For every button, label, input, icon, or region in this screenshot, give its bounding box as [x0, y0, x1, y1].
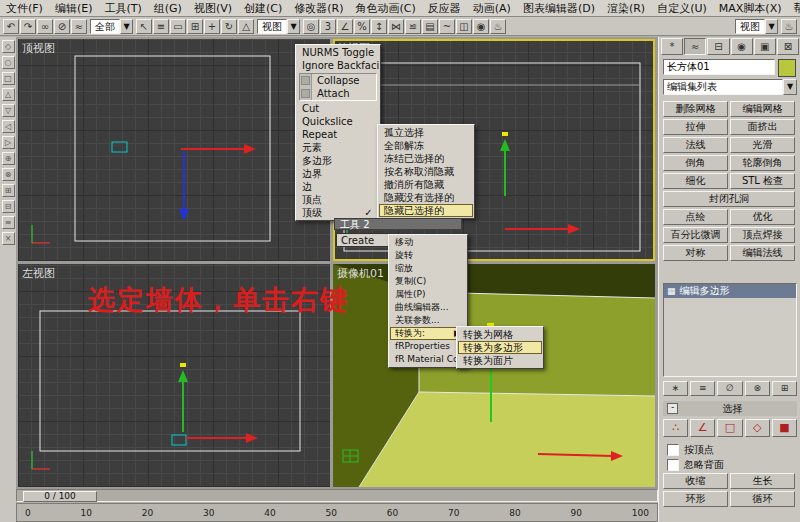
- menu-item-create[interactable]: Create: [336, 233, 390, 247]
- left-toolbar-icon[interactable]: ⊞: [2, 184, 15, 197]
- select-by-name-icon[interactable]: ≡: [153, 19, 169, 34]
- configure-modifier-sets-icon[interactable]: ⊞: [772, 381, 797, 396]
- menu-item[interactable]: fR Material Converter: [390, 353, 466, 366]
- menu-item[interactable]: 按名称取消隐藏: [379, 165, 473, 178]
- by-vertex-checkbox[interactable]: 按顶点: [667, 443, 714, 457]
- material-editor-icon[interactable]: ◉: [473, 19, 489, 34]
- bind-to-space-warp-icon[interactable]: ≈: [71, 19, 87, 34]
- layer-manager-icon[interactable]: ▤: [422, 19, 438, 34]
- viewport-label[interactable]: 摄像机01: [337, 266, 384, 281]
- menu-item[interactable]: 隐藏没有选择的: [379, 191, 473, 204]
- modifier-stack[interactable]: ▦ 编辑多边形: [663, 283, 797, 377]
- modifier-button[interactable]: 优化: [730, 209, 795, 225]
- viewport-label[interactable]: 顶视图: [22, 41, 55, 56]
- mirror-icon[interactable]: ⋈: [388, 19, 404, 34]
- time-slider-handle[interactable]: 0 / 100: [23, 491, 97, 502]
- snap-toggle-icon[interactable]: 3: [320, 19, 336, 34]
- menu-item[interactable]: 边: [297, 180, 379, 193]
- schematic-view-icon[interactable]: ◫: [456, 19, 472, 34]
- menu-item[interactable]: 撤消所有隐藏: [379, 178, 473, 191]
- modifier-button[interactable]: 编辑法线: [730, 245, 795, 261]
- menu-item[interactable]: 属性(P): [390, 288, 466, 301]
- selection-button[interactable]: 生长: [730, 473, 795, 489]
- menu-item[interactable]: 编辑(E): [49, 1, 99, 16]
- left-toolbar-icon[interactable]: ≡: [2, 216, 15, 229]
- menu-item[interactable]: 图表编辑器(D): [517, 1, 601, 16]
- menu-item[interactable]: 转换为面片: [458, 354, 542, 367]
- menu-item[interactable]: 关联参数...: [390, 314, 466, 327]
- menu-item[interactable]: MAX脚本(X): [713, 1, 788, 16]
- menu-item[interactable]: 组(G): [148, 1, 188, 16]
- menu-item[interactable]: 孤立选择: [379, 126, 473, 139]
- curve-editor-icon[interactable]: ~: [439, 19, 455, 34]
- menu-item[interactable]: 帮助(H): [787, 1, 800, 16]
- percent-snap-icon[interactable]: %: [354, 19, 370, 34]
- chevron-down-icon[interactable]: ▼: [783, 79, 797, 95]
- selection-button[interactable]: 循环: [730, 491, 795, 507]
- select-and-link-icon[interactable]: ∞: [37, 19, 53, 34]
- make-unique-icon[interactable]: ∅: [717, 381, 742, 396]
- menu-item[interactable]: 缩放: [390, 262, 466, 275]
- redo-icon[interactable]: ↷: [20, 19, 36, 34]
- window-crossing-icon[interactable]: ⊞: [187, 19, 203, 34]
- edge-icon[interactable]: ∠: [690, 419, 715, 437]
- chevron-down-icon[interactable]: ▼: [287, 19, 300, 34]
- left-toolbar-icon[interactable]: ⊕: [2, 152, 15, 165]
- menu-item[interactable]: Cut: [297, 102, 379, 115]
- remove-modifier-icon[interactable]: ⊗: [745, 381, 770, 396]
- viewport-label[interactable]: 左视图: [22, 266, 55, 281]
- angle-snap-icon[interactable]: ∠: [337, 19, 353, 34]
- left-toolbar-icon[interactable]: ×: [2, 232, 15, 245]
- menu-item[interactable]: 文件(F): [0, 1, 49, 16]
- menu-item[interactable]: Repeat: [297, 128, 379, 141]
- modifier-stack-entry[interactable]: ▦ 编辑多边形: [664, 284, 796, 298]
- left-toolbar-icon[interactable]: ▽: [2, 104, 15, 117]
- select-and-rotate-icon[interactable]: ↻: [221, 19, 237, 34]
- modifier-button[interactable]: 拉伸: [663, 119, 728, 135]
- collapse-icon[interactable]: -: [667, 403, 678, 414]
- rectangular-selection-region-icon[interactable]: ▭: [170, 19, 186, 34]
- vertex-icon[interactable]: ∴: [663, 419, 688, 437]
- chevron-down-icon[interactable]: ▼: [120, 19, 133, 34]
- object-color-swatch[interactable]: [778, 59, 796, 77]
- menu-item[interactable]: 隐藏已选择的: [379, 204, 473, 217]
- menu-item[interactable]: 反应器: [422, 1, 467, 16]
- menu-item[interactable]: 边界: [297, 167, 379, 180]
- unlink-selection-icon[interactable]: ⊘: [54, 19, 70, 34]
- chevron-down-icon[interactable]: ▼: [765, 19, 778, 34]
- selection-filter-dropdown[interactable]: 全部 ▼: [90, 19, 133, 34]
- select-and-scale-icon[interactable]: △: [238, 19, 254, 34]
- ignore-backfacing-checkbox[interactable]: 忽略背面: [667, 458, 724, 472]
- undo-icon[interactable]: ↶: [3, 19, 19, 34]
- modifier-button[interactable]: 细化: [663, 173, 728, 189]
- modifier-button[interactable]: STL 检查: [730, 173, 795, 189]
- menu-item[interactable]: 自定义(U): [651, 1, 713, 16]
- modifier-button[interactable]: 点绘: [663, 209, 728, 225]
- left-toolbar-icon[interactable]: △: [2, 88, 15, 101]
- menu-item[interactable]: 旋转: [390, 249, 466, 262]
- selection-button[interactable]: 环形: [663, 491, 728, 507]
- tab-motion[interactable]: ◉: [731, 38, 753, 55]
- tab-display[interactable]: ▣: [754, 38, 776, 55]
- modifier-button[interactable]: 顶点焊接: [730, 227, 795, 243]
- menu-item[interactable]: Ignore Backfacing: [297, 59, 379, 72]
- modifier-button[interactable]: 百分比微调: [663, 227, 728, 243]
- pin-stack-icon[interactable]: ∗: [663, 381, 688, 396]
- modifier-button[interactable]: 编辑网格: [730, 101, 795, 117]
- menu-item[interactable]: 全部解冻: [379, 139, 473, 152]
- left-toolbar-icon[interactable]: ◁: [2, 120, 15, 133]
- checkbox-icon[interactable]: [667, 444, 679, 456]
- left-toolbar-icon[interactable]: ○: [2, 56, 15, 69]
- select-and-manipulate-icon[interactable]: ◎: [303, 19, 319, 34]
- modifier-button[interactable]: 轮廓倒角: [730, 155, 795, 171]
- viewport-top[interactable]: 顶视图: [18, 39, 330, 261]
- modifier-button[interactable]: 光滑: [730, 137, 795, 153]
- object-name-field[interactable]: [663, 59, 775, 75]
- modifier-button[interactable]: 对称: [663, 245, 728, 261]
- menu-item[interactable]: 转换为多边形: [458, 341, 542, 354]
- polygon-icon[interactable]: ◇: [745, 419, 770, 437]
- modifier-button[interactable]: 删除网格: [663, 101, 728, 117]
- element-icon[interactable]: ■: [772, 419, 797, 437]
- menu-item[interactable]: 多边形: [297, 154, 379, 167]
- tab-hierarchy[interactable]: ⊟: [707, 38, 729, 55]
